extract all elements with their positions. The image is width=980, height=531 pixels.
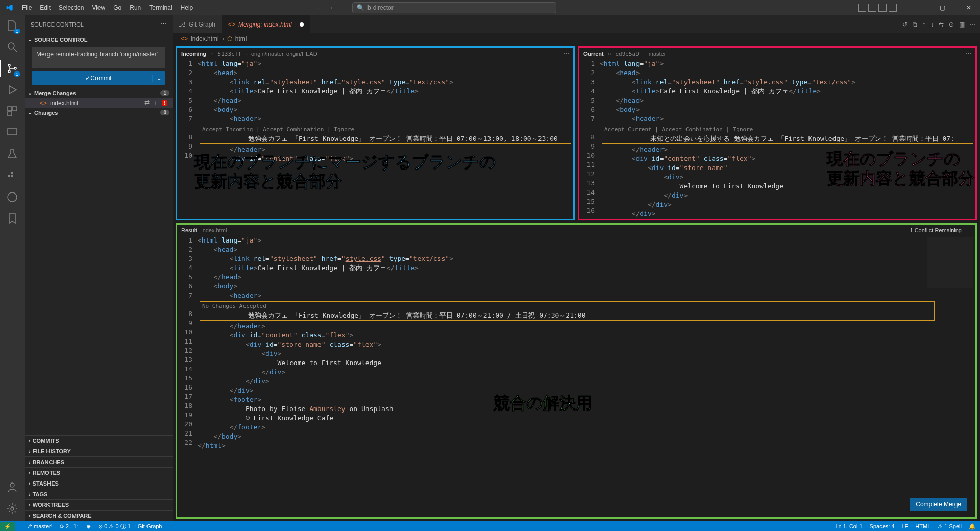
close-button[interactable]: ✕ xyxy=(957,0,980,15)
merge-changes-header[interactable]: ⌄Merge Changes1 xyxy=(24,89,173,98)
acc-commits[interactable]: ›COMMITS xyxy=(24,435,173,446)
account-icon[interactable] xyxy=(6,481,18,493)
extensions-icon[interactable] xyxy=(6,105,18,117)
prev-icon[interactable]: ↑ xyxy=(922,21,925,28)
svg-line-1 xyxy=(14,49,17,52)
remote-indicator[interactable]: ⚡ xyxy=(0,522,15,531)
pane-title: Incoming xyxy=(181,51,206,57)
more-icon[interactable]: ⋯ xyxy=(564,51,569,57)
eol[interactable]: LF xyxy=(902,523,909,530)
gitlens-icon[interactable] xyxy=(6,191,18,203)
gitgraph-icon: ⎇ xyxy=(179,21,186,28)
current-pane: Current ○ ed9e5a9 · master ⋯ 12345678910… xyxy=(578,46,977,220)
status-bar: ⚡ ⎇ master! ⟳ 2↓ 1↑ ⊕ ⊘ 0 ⚠ 0 ⓘ 1 Git Gr… xyxy=(0,521,980,531)
acc-branches[interactable]: ›BRANCHES xyxy=(24,456,173,467)
menu-run[interactable]: Run xyxy=(126,4,145,11)
current-codelens[interactable]: Accept Current | Accept Combination | Ig… xyxy=(602,125,755,134)
tab-merging[interactable]: <>Merging: index.html! xyxy=(222,15,310,33)
maximize-button[interactable]: ▢ xyxy=(931,0,954,15)
acc-worktrees[interactable]: ›WORKTREES xyxy=(24,499,173,510)
chevron-down-icon[interactable]: ⌄ xyxy=(152,75,165,82)
html-file-icon: <> xyxy=(228,21,235,28)
complete-merge-button[interactable]: Complete Merge xyxy=(910,498,967,511)
search-icon[interactable] xyxy=(6,41,18,53)
notifications-icon[interactable]: 🔔 xyxy=(969,523,976,530)
result-editor[interactable]: 12345678910111213141516171819202122 <htm… xyxy=(177,236,975,517)
file-name: index.html xyxy=(50,100,141,107)
svg-rect-7 xyxy=(8,112,12,116)
sidebar: SOURCE CONTROL⋯ ⌄SOURCE CONTROL Merge re… xyxy=(24,15,173,521)
search-text: b-director xyxy=(368,4,394,11)
acc-tags[interactable]: ›TAGS xyxy=(24,489,173,499)
sync-status[interactable]: ⟳ 2↓ 1↑ xyxy=(60,523,79,530)
source-control-icon[interactable]: 1 xyxy=(6,62,18,75)
current-editor[interactable]: 12345678910111213141516 <html lang="ja">… xyxy=(579,59,975,219)
cursor-position[interactable]: Ln 1, Col 1 xyxy=(835,523,862,530)
svg-point-2 xyxy=(8,64,10,66)
layout-icons[interactable] xyxy=(858,4,897,12)
bookmark-icon[interactable] xyxy=(6,212,18,225)
more-icon[interactable]: ⋯ xyxy=(966,51,971,57)
docker-icon[interactable] xyxy=(6,170,18,182)
conflict-badge: ! xyxy=(295,21,297,28)
commit-hash[interactable]: ed9e5a9 xyxy=(615,51,639,57)
pin-icon[interactable]: ⊙ xyxy=(949,21,954,28)
indentation[interactable]: Spaces: 4 xyxy=(870,523,895,530)
open-file-icon[interactable]: ⇄ xyxy=(144,99,150,107)
split-icon[interactable]: ▥ xyxy=(959,21,965,28)
acc-stashes[interactable]: ›STASHES xyxy=(24,478,173,489)
conflicts-remaining[interactable]: 1 Conflict Remaining xyxy=(910,227,962,233)
menu-view[interactable]: View xyxy=(88,4,109,11)
menu-selection[interactable]: Selection xyxy=(55,4,88,11)
minimize-button[interactable]: ─ xyxy=(905,0,928,15)
result-pane: Result index.html 1 Conflict Remaining ⋯… xyxy=(176,223,977,519)
commit-button[interactable]: ✓ Commit⌄ xyxy=(32,71,165,85)
more-icon[interactable]: ⋯ xyxy=(161,21,166,28)
acc-remotes[interactable]: ›REMOTES xyxy=(24,467,173,478)
language-mode[interactable]: HTML xyxy=(915,523,930,530)
search-icon: 🔍 xyxy=(357,4,364,11)
acc-file-history[interactable]: ›FILE HISTORY xyxy=(24,446,173,456)
merge-file-row[interactable]: <> index.html ⇄＋ ! xyxy=(24,98,173,108)
spell-check[interactable]: ⚠ 1 Spell xyxy=(938,523,962,530)
nav-fwd-icon[interactable]: → xyxy=(328,4,334,11)
stage-icon[interactable]: ＋ xyxy=(153,99,159,107)
nav-arrows: ← → xyxy=(316,4,334,11)
nav-back-icon[interactable]: ← xyxy=(316,4,323,11)
menu-terminal[interactable]: Terminal xyxy=(145,4,176,11)
nav-icon[interactable]: ⇆ xyxy=(939,21,944,28)
menu-help[interactable]: Help xyxy=(177,4,198,11)
settings-gear-icon[interactable] xyxy=(6,502,18,515)
svg-point-4 xyxy=(14,67,16,69)
menu-file[interactable]: File xyxy=(18,4,36,11)
next-icon[interactable]: ↓ xyxy=(930,21,934,28)
tab-bar: ⎇Git Graph <>Merging: index.html! ↺ ⧉ ↑ … xyxy=(173,15,980,33)
menu-go[interactable]: Go xyxy=(109,4,126,11)
acc-search[interactable]: ›SEARCH & COMPARE xyxy=(24,510,173,521)
svg-rect-9 xyxy=(8,175,10,177)
more-icon[interactable]: ⋯ xyxy=(966,227,971,234)
gitgraph-status[interactable]: Git Graph xyxy=(138,523,162,529)
incoming-editor[interactable]: 12345678910 <html lang="ja"> <head> <lin… xyxy=(177,59,573,219)
more-icon[interactable]: ⋯ xyxy=(970,21,976,28)
problems-status[interactable]: ⊘ 0 ⚠ 0 ⓘ 1 xyxy=(98,523,131,530)
open-changes-icon[interactable]: ⧉ xyxy=(913,21,917,28)
html-file-icon: <> xyxy=(40,100,47,107)
commit-hash[interactable]: 5133cff xyxy=(218,51,241,57)
graph-icon[interactable]: ⊕ xyxy=(86,523,91,530)
scm-provider-header[interactable]: ⌄SOURCE CONTROL xyxy=(24,35,173,44)
explorer-icon[interactable]: 1 xyxy=(6,19,18,32)
breadcrumb[interactable]: <> index.html› ⬡ html xyxy=(173,33,980,44)
menu-edit[interactable]: Edit xyxy=(36,4,55,11)
result-codelens[interactable]: No Changes Accepted xyxy=(200,302,268,311)
history-icon[interactable]: ↺ xyxy=(902,21,908,28)
commit-message-input[interactable]: Merge remote-tracking branch 'origin/mas… xyxy=(32,47,165,68)
incoming-codelens[interactable]: Accept Incoming | Accept Combination | I… xyxy=(200,125,356,134)
tab-gitgraph[interactable]: ⎇Git Graph xyxy=(173,15,222,33)
changes-header[interactable]: ⌄Changes0 xyxy=(24,108,173,117)
testing-icon[interactable] xyxy=(6,148,18,160)
command-center[interactable]: 🔍 b-director xyxy=(352,2,556,13)
branch-status[interactable]: ⎇ master! xyxy=(26,523,53,530)
run-debug-icon[interactable] xyxy=(6,84,18,96)
remote-explorer-icon[interactable] xyxy=(6,127,18,139)
